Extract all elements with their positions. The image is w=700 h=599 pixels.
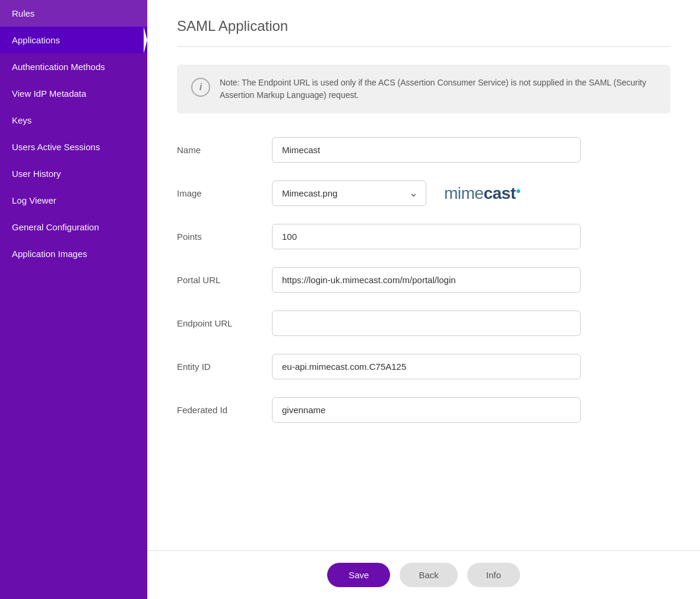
sidebar-item-view-idp-metadata[interactable]: View IdP Metadata [0, 80, 147, 107]
sidebar-item-users-active-sessions[interactable]: Users Active Sessions [0, 134, 147, 160]
portal-url-label: Portal URL [177, 275, 272, 285]
content-area: SAML Application i Note: The Endpoint UR… [147, 0, 700, 550]
federated-id-input[interactable] [272, 397, 581, 423]
sidebar-item-applications[interactable]: Applications [0, 27, 147, 53]
name-label: Name [177, 145, 272, 155]
mimecast-logo-preview: mimecast [444, 184, 520, 203]
info-button[interactable]: Info [467, 563, 520, 587]
portal-url-input[interactable] [272, 267, 581, 293]
main-content: SAML Application i Note: The Endpoint UR… [147, 0, 700, 599]
sidebar-item-general-configuration[interactable]: General Configuration [0, 214, 147, 240]
points-input[interactable] [272, 224, 581, 249]
sidebar-item-rules[interactable]: Rules [0, 0, 147, 27]
footer: Save Back Info [147, 550, 700, 599]
points-row: Points [177, 224, 670, 249]
image-select-wrapper: Mimecast.png [272, 180, 426, 206]
entity-id-row: Entity ID [177, 354, 670, 379]
federated-id-label: Federated Id [177, 405, 272, 415]
info-icon: i [191, 78, 210, 97]
save-button[interactable]: Save [327, 563, 390, 587]
image-row: Image Mimecast.png mimecast [177, 180, 670, 206]
sidebar-item-authentication-methods[interactable]: Authentication Methods [0, 53, 147, 80]
info-banner-text: Note: The Endpoint URL is used only if t… [220, 77, 656, 102]
page-title: SAML Application [177, 18, 670, 34]
image-label: Image [177, 188, 272, 198]
endpoint-url-label: Endpoint URL [177, 318, 272, 328]
image-select-wrap: Mimecast.png mimecast [272, 180, 520, 206]
name-input[interactable] [272, 137, 581, 163]
sidebar-item-log-viewer[interactable]: Log Viewer [0, 187, 147, 214]
entity-id-input[interactable] [272, 354, 581, 379]
endpoint-url-row: Endpoint URL [177, 310, 670, 336]
portal-url-row: Portal URL [177, 267, 670, 293]
endpoint-url-input[interactable] [272, 310, 581, 336]
name-row: Name [177, 137, 670, 163]
sidebar-item-user-history[interactable]: User History [0, 160, 147, 187]
sidebar-item-keys[interactable]: Keys [0, 107, 147, 134]
entity-id-label: Entity ID [177, 362, 272, 372]
sidebar-item-application-images[interactable]: Application Images [0, 240, 147, 267]
info-banner: i Note: The Endpoint URL is used only if… [177, 65, 670, 113]
title-divider [177, 46, 670, 47]
back-button[interactable]: Back [400, 563, 457, 587]
points-label: Points [177, 232, 272, 242]
federated-id-row: Federated Id [177, 397, 670, 423]
sidebar: RulesApplicationsAuthentication MethodsV… [0, 0, 147, 599]
image-select[interactable]: Mimecast.png [272, 180, 426, 206]
